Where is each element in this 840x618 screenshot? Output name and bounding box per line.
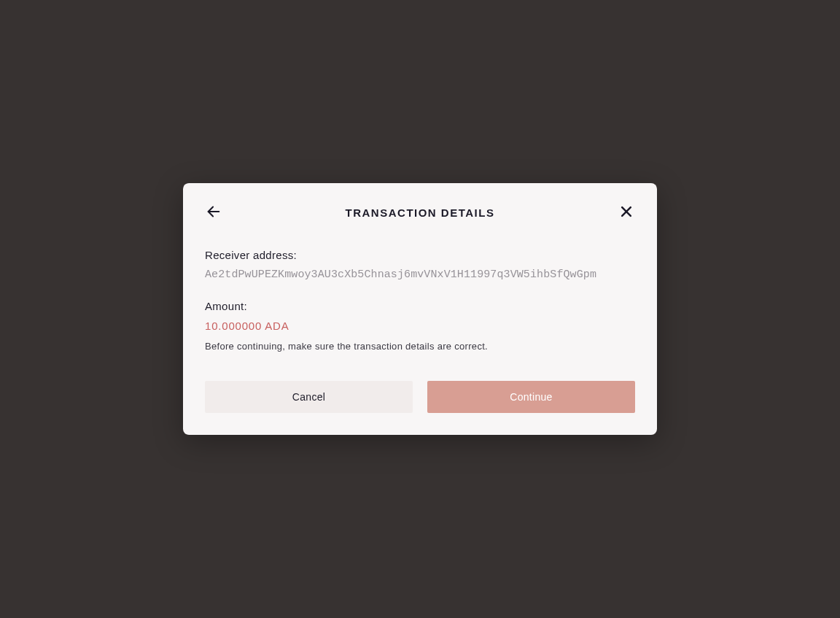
warning-text: Before continuing, make sure the transac… <box>205 341 635 352</box>
arrow-left-icon <box>206 204 222 222</box>
button-row: Cancel Continue <box>205 381 635 413</box>
close-button[interactable] <box>618 204 635 221</box>
transaction-details-modal: TRANSACTION DETAILS Receiver address: Ae… <box>183 183 657 435</box>
modal-header: TRANSACTION DETAILS <box>205 204 635 221</box>
modal-title: TRANSACTION DETAILS <box>222 206 618 219</box>
continue-button[interactable]: Continue <box>427 381 635 413</box>
receiver-address-value: Ae2tdPwUPEZKmwoy3AU3cXb5Chnasj6mvVNxV1H1… <box>205 269 635 281</box>
close-icon <box>619 204 634 221</box>
back-button[interactable] <box>205 204 222 221</box>
receiver-address-label: Receiver address: <box>205 249 635 261</box>
amount-label: Amount: <box>205 300 635 312</box>
amount-value: 10.000000 ADA <box>205 320 635 332</box>
cancel-button[interactable]: Cancel <box>205 381 413 413</box>
